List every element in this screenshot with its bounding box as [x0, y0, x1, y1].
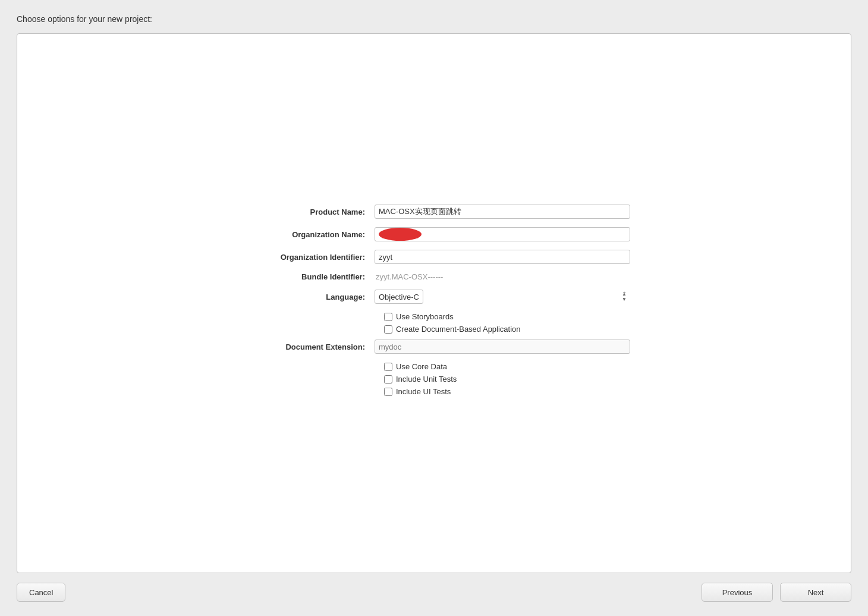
product-name-label: Product Name:: [238, 208, 375, 216]
organization-name-row: Organization Name:: [238, 227, 630, 241]
document-extension-row: Document Extension:: [238, 340, 630, 354]
language-row: Language: Objective-C Swift ▲ ▼: [238, 290, 630, 304]
cancel-button[interactable]: Cancel: [17, 583, 65, 602]
document-based-checkbox-row: Create Document-Based Application: [384, 325, 521, 334]
select-arrows-icon: ▲ ▼: [622, 290, 627, 304]
arrow-down-icon: ▼: [622, 297, 627, 302]
language-select-wrapper: Objective-C Swift ▲ ▼: [375, 290, 630, 304]
include-ui-tests-row: Include UI Tests: [384, 387, 451, 396]
include-ui-tests-label: Include UI Tests: [396, 387, 451, 396]
arrow-up-icon: ▲: [622, 292, 627, 297]
organization-name-label: Organization Name:: [238, 230, 375, 239]
footer: Cancel Previous Next: [17, 573, 851, 602]
use-core-data-row: Use Core Data: [384, 362, 447, 371]
include-unit-tests-label: Include Unit Tests: [396, 375, 457, 384]
create-document-based-checkbox[interactable]: [384, 325, 392, 334]
product-name-input[interactable]: [375, 205, 630, 219]
use-storyboards-checkbox[interactable]: [384, 313, 392, 321]
bundle-identifier-row: Bundle Identifier: zyyt.MAC-OSX------: [238, 272, 630, 281]
storyboards-checkbox-row: Use Storyboards: [384, 312, 454, 321]
previous-button[interactable]: Previous: [702, 583, 773, 602]
bundle-identifier-value: zyyt.MAC-OSX------: [375, 272, 630, 281]
language-select[interactable]: Objective-C Swift: [375, 290, 423, 304]
include-unit-tests-checkbox[interactable]: [384, 375, 392, 384]
use-core-data-checkbox[interactable]: [384, 363, 392, 371]
include-unit-tests-row: Include Unit Tests: [384, 375, 457, 384]
extra-checkboxes-group: Use Core Data Include Unit Tests Include…: [238, 362, 630, 400]
next-button[interactable]: Next: [780, 583, 851, 602]
use-core-data-label: Use Core Data: [396, 362, 447, 371]
include-ui-tests-checkbox[interactable]: [384, 388, 392, 396]
organization-identifier-input[interactable]: [375, 250, 630, 264]
organization-identifier-label: Organization Identifier:: [238, 253, 375, 262]
organization-name-input-wrapper[interactable]: [375, 227, 630, 241]
red-oval-decoration: [379, 228, 422, 241]
storyboards-row: Use Storyboards Create Document-Based Ap…: [238, 312, 630, 337]
footer-right: Previous Next: [702, 583, 851, 602]
document-extension-label: Document Extension:: [238, 342, 375, 351]
use-storyboards-label: Use Storyboards: [396, 312, 454, 321]
bundle-identifier-label: Bundle Identifier:: [238, 272, 375, 281]
product-name-row: Product Name:: [238, 205, 630, 219]
main-panel: Product Name: Organization Name: Organiz…: [17, 33, 851, 573]
organization-identifier-row: Organization Identifier:: [238, 250, 630, 264]
create-document-based-label: Create Document-Based Application: [396, 325, 521, 334]
document-extension-input[interactable]: [375, 340, 630, 354]
language-label: Language:: [238, 293, 375, 301]
page-title: Choose options for your new project:: [17, 14, 851, 24]
form-container: Product Name: Organization Name: Organiz…: [238, 205, 630, 402]
